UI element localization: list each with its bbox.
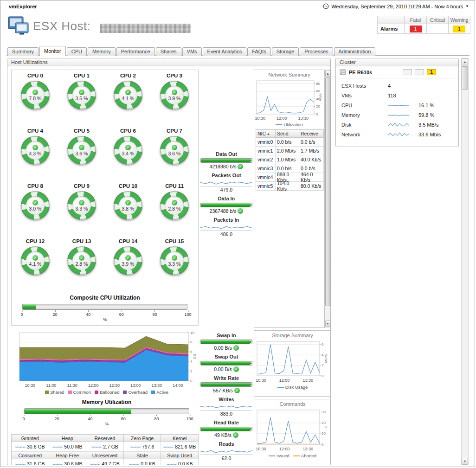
- cluster-name[interactable]: PE R610s: [349, 70, 372, 75]
- tab[interactable]: Administration: [334, 47, 376, 56]
- metric-value: 16.1 %: [418, 103, 458, 108]
- tab[interactable]: Shares: [156, 47, 181, 56]
- cpu-gauge[interactable]: CPU 2 4.1 %: [105, 71, 151, 127]
- cpu-gauge[interactable]: CPU 15 3.3 %: [151, 237, 198, 292]
- commands-chart[interactable]: 0102030K: [256, 409, 329, 446]
- cpu-gauge[interactable]: CPU 8 3.0 %: [12, 182, 58, 237]
- table-value-cell: 50.0 MB: [49, 442, 87, 452]
- tab[interactable]: Event Analytics: [203, 47, 247, 56]
- nic-name-cell[interactable]: vmnic3: [256, 164, 276, 173]
- scroll-up-button[interactable]: ▲: [462, 58, 468, 65]
- page-scrollbar[interactable]: ▲ ▼: [461, 58, 469, 465]
- scrollbar-track[interactable]: [462, 65, 468, 458]
- tab[interactable]: Processes: [300, 47, 333, 56]
- metric-gauge[interactable]: Write Rate 557 KB/s: [199, 375, 254, 393]
- nic-name-cell[interactable]: vmnic0: [256, 138, 276, 147]
- table-value-cell: 30.6 MB: [49, 459, 87, 465]
- cpu-gauge[interactable]: CPU 7 3.6 %: [151, 127, 198, 182]
- cpu-gauge[interactable]: CPU 3 3.9 %: [151, 71, 198, 127]
- cpu-gauge[interactable]: CPU 11 2.8 %: [151, 182, 198, 237]
- svg-text:60: 60: [316, 89, 320, 93]
- nic-column-header[interactable]: NIC ▲: [256, 130, 276, 138]
- ok-status-icon: [79, 255, 84, 261]
- critical-alarm-count[interactable]: [431, 26, 444, 32]
- cpu-gauge[interactable]: CPU 1 3.5 %: [58, 71, 105, 127]
- scrollbar-track[interactable]: [325, 77, 330, 320]
- cpu-gauge[interactable]: CPU 14 3.9 %: [105, 237, 151, 292]
- metric-gauge[interactable]: Reads 62.0: [199, 441, 254, 461]
- cluster-metric-row[interactable]: ESX Hosts 4: [336, 81, 458, 90]
- tab[interactable]: Storage: [272, 47, 299, 56]
- cpu-label: CPU 0: [12, 73, 58, 78]
- nic-name-cell[interactable]: vmnic5: [256, 182, 276, 191]
- tab[interactable]: FAQts: [247, 47, 271, 56]
- nic-receive-cell: 40.0 Kb/s: [299, 155, 324, 164]
- memory-stats-table: GrantedHeapReservedZero PageKernel 30.6 …: [11, 434, 199, 465]
- alarm-badge[interactable]: [403, 69, 412, 75]
- composite-cpu-gauge: Composite CPU Utilization 020406080100 %: [12, 295, 198, 322]
- tab[interactable]: Summary: [7, 47, 39, 56]
- scrollbar-thumb[interactable]: [462, 66, 468, 90]
- nic-name-cell[interactable]: vmnic2: [256, 155, 276, 164]
- metric-gauge[interactable]: Swap Out 0.00 B/s: [199, 354, 254, 372]
- tab[interactable]: VMs: [182, 47, 202, 56]
- cpu-gauge[interactable]: CPU 12 4.1 %: [12, 237, 58, 292]
- cluster-metric-row[interactable]: Network 33.6 Mb/s: [336, 129, 458, 139]
- alarm-badge[interactable]: 1: [427, 69, 436, 75]
- ok-status-icon: [79, 90, 84, 95]
- tab[interactable]: Monitor: [39, 46, 66, 56]
- cpu-label: CPU 2: [105, 73, 151, 78]
- metric-label: Swap In: [199, 333, 254, 338]
- network-utilization-chart[interactable]: 020406080Mb/s: [256, 79, 323, 115]
- alarms-summary-table: Fatal Critical Warning Alarms 1 1: [377, 16, 470, 34]
- dial-gauge: 4.1 %: [21, 246, 50, 275]
- send-column-header[interactable]: Send: [276, 130, 299, 138]
- scroll-down-button[interactable]: ▼: [325, 320, 330, 327]
- cpu-gauge[interactable]: CPU 4 4.3 %: [12, 127, 58, 182]
- metric-sparkline: [129, 462, 139, 466]
- tab[interactable]: Performance: [116, 47, 155, 56]
- cpu-utilization-value: 3.3 %: [168, 261, 181, 267]
- alarm-badge[interactable]: [415, 69, 424, 75]
- metric-gauge[interactable]: Swap In 0.00 B/s: [199, 333, 254, 351]
- cluster-metric-row[interactable]: CPU 16.1 %: [336, 100, 458, 110]
- metric-label: ESX Hosts: [341, 83, 388, 89]
- scroll-up-button[interactable]: ▲: [325, 70, 330, 77]
- dropdown-arrow-icon[interactable]: ▼: [465, 4, 469, 8]
- cpu-gauge[interactable]: CPU 9 3.3 %: [58, 182, 105, 237]
- memory-history-chart[interactable]: 0246810GB: [19, 331, 198, 382]
- warning-alarm-count[interactable]: 1: [453, 26, 465, 32]
- metric-gauge[interactable]: Packets Out 479.0: [199, 173, 254, 192]
- table-value-cell: 2.7 GB: [86, 442, 124, 452]
- cpu-gauge[interactable]: CPU 5 3.6 %: [58, 127, 105, 182]
- receive-column-header[interactable]: Receive: [299, 130, 324, 138]
- cluster-metric-row[interactable]: Memory 59.8 %: [336, 110, 458, 120]
- fatal-alarm-count[interactable]: 1: [410, 26, 422, 32]
- svg-text:6: 6: [322, 342, 324, 346]
- metric-gauge[interactable]: Data In 2367488 b/s: [199, 196, 254, 214]
- memory-utilization-bar: [24, 408, 189, 414]
- nic-name-cell[interactable]: vmnic1: [256, 147, 276, 155]
- cpu-gauge[interactable]: CPU 6 3.4 %: [105, 127, 151, 182]
- cpu-gauge[interactable]: CPU 0 7.8 %: [12, 71, 58, 127]
- scrollbar-thumb[interactable]: [325, 77, 330, 306]
- cluster-host-row[interactable]: PE R610s 1: [336, 66, 458, 78]
- metric-label: Swap Out: [199, 354, 254, 359]
- cpu-gauge[interactable]: CPU 10 3.8 %: [105, 182, 151, 237]
- nic-name-cell[interactable]: vmnic4: [256, 173, 276, 182]
- cpu-gauge[interactable]: CPU 13 2.8 %: [58, 237, 105, 292]
- nic-receive-cell: 1.7 Mb/s: [299, 147, 324, 155]
- metric-gauge[interactable]: Data Out 4218880 b/s: [199, 151, 254, 169]
- metric-gauge[interactable]: Writes 883.0: [199, 397, 254, 417]
- time-range-selector[interactable]: Wednesday, September 29, 2010 10:29 AM -…: [323, 3, 469, 9]
- disk-usage-chart[interactable]: 0246MB/s: [256, 340, 329, 377]
- inner-scrollbar[interactable]: ▲ ▼: [325, 70, 331, 327]
- metric-sparkline: [388, 122, 409, 128]
- tab[interactable]: CPU: [67, 47, 87, 56]
- scroll-down-button[interactable]: ▼: [462, 458, 468, 465]
- metric-gauge[interactable]: Packets In 486.0: [199, 217, 254, 237]
- tab[interactable]: Memory: [88, 47, 116, 56]
- cluster-metric-row[interactable]: Disk 3.5 MB/s: [336, 120, 458, 129]
- metric-gauge[interactable]: Read Rate 49 KB/s: [199, 420, 254, 438]
- cluster-metric-row[interactable]: VMs 118: [336, 90, 458, 100]
